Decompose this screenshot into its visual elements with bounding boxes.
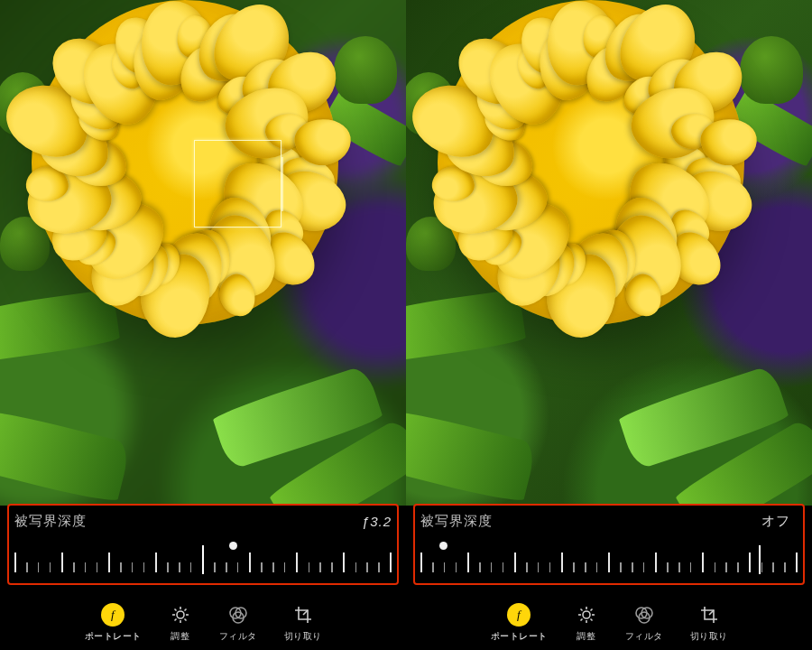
tab-portrait[interactable]: f ポートレート <box>85 603 142 643</box>
svg-line-21 <box>590 609 592 611</box>
svg-line-20 <box>590 619 592 621</box>
svg-line-6 <box>174 609 176 611</box>
tab-label: フィルタ <box>625 630 663 643</box>
tab-adjust[interactable]: 調整 <box>169 603 192 643</box>
flower-subject <box>32 0 338 325</box>
tab-label: 調整 <box>171 630 189 643</box>
editor-panel-right: 被写界深度 オフ f ポートレート 調整 フィルタ 切り取り <box>406 0 812 650</box>
photo-preview[interactable] <box>406 0 812 506</box>
depth-of-field-label: 被写界深度 <box>420 513 493 530</box>
tab-label: 調整 <box>577 630 595 643</box>
tab-label: 切り取り <box>284 630 322 643</box>
crop-icon <box>697 603 721 627</box>
tab-portrait[interactable]: f ポートレート <box>491 603 548 643</box>
tab-label: ポートレート <box>85 630 142 643</box>
adjust-icon <box>169 603 192 627</box>
portrait-icon: f <box>101 603 125 627</box>
aperture-value: オフ <box>761 513 790 530</box>
photo-preview[interactable] <box>0 0 406 506</box>
tab-label: ポートレート <box>491 630 548 643</box>
filter-icon <box>226 603 250 627</box>
adjust-icon <box>575 603 598 627</box>
crop-icon <box>291 603 315 627</box>
svg-line-8 <box>184 609 186 611</box>
tab-filter[interactable]: フィルタ <box>625 603 663 643</box>
depth-slider[interactable] <box>14 540 392 578</box>
slider-knob[interactable] <box>439 542 448 550</box>
tab-label: フィルタ <box>219 630 257 643</box>
svg-text:f: f <box>111 608 116 621</box>
svg-line-9 <box>174 619 176 621</box>
tab-adjust[interactable]: 調整 <box>575 603 598 643</box>
aperture-value: ƒ3.2 <box>362 514 392 529</box>
editor-panel-left: 被写界深度 ƒ3.2 f ポートレート 調整 フィルタ 切り取り <box>0 0 406 650</box>
filter-icon <box>632 603 656 627</box>
tab-filter[interactable]: フィルタ <box>219 603 257 643</box>
edit-mode-tabbar: f ポートレート 調整 フィルタ 切り取り <box>406 590 812 643</box>
svg-text:f: f <box>517 608 522 621</box>
slider-center-indicator <box>202 545 204 574</box>
portrait-icon: f <box>507 603 531 627</box>
slider-center-indicator <box>759 545 761 574</box>
tab-crop[interactable]: 切り取り <box>690 603 728 643</box>
svg-line-19 <box>580 609 582 611</box>
svg-line-7 <box>184 619 186 621</box>
tab-crop[interactable]: 切り取り <box>284 603 322 643</box>
focus-indicator-box[interactable] <box>194 140 281 228</box>
svg-point-1 <box>177 611 184 618</box>
depth-slider[interactable] <box>420 540 798 578</box>
svg-line-22 <box>580 619 582 621</box>
svg-point-14 <box>583 611 590 618</box>
flower-subject <box>438 0 744 325</box>
edit-mode-tabbar: f ポートレート 調整 フィルタ 切り取り <box>0 590 406 643</box>
slider-knob[interactable] <box>229 542 237 550</box>
depth-of-field-label: 被写界深度 <box>14 513 87 530</box>
tab-label: 切り取り <box>690 630 728 643</box>
